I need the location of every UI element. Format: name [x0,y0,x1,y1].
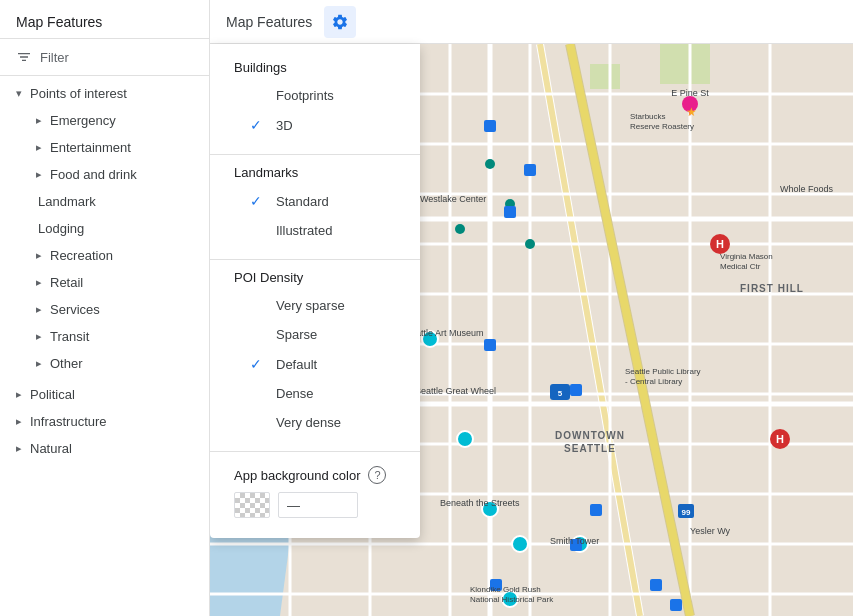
chevron-right-icon: ▸ [36,114,42,127]
sidebar-item-landmark[interactable]: Landmark [0,188,209,215]
svg-point-37 [525,239,535,249]
app-background-label: App background color ? [234,466,396,484]
buildings-section: Buildings Footprints ✓ 3D [210,56,420,148]
svg-text:Westlake Center: Westlake Center [420,194,486,204]
svg-text:H: H [716,238,724,250]
sidebar-item-label: Lodging [38,221,84,236]
sidebar-item-label: Landmark [38,194,96,209]
svg-rect-52 [650,579,662,591]
svg-text:Klondike Gold Rush: Klondike Gold Rush [470,585,541,594]
sidebar-item-label: Entertainment [50,140,131,155]
dropdown-panel: Buildings Footprints ✓ 3D Landmarks ✓ St… [210,44,420,538]
svg-text:Reserve Roastery: Reserve Roastery [630,122,694,131]
threed-option[interactable]: ✓ 3D [210,110,420,140]
svg-text:Seattle Great Wheel: Seattle Great Wheel [415,386,496,396]
sidebar-item-label: Food and drink [50,167,137,182]
sidebar-title: Map Features [0,0,209,39]
help-icon[interactable]: ? [368,466,386,484]
svg-point-41 [512,536,528,552]
very-sparse-label: Very sparse [276,298,345,313]
svg-rect-4 [590,64,620,89]
sidebar-item-label: Recreation [50,248,113,263]
sidebar-item-entertainment[interactable]: ▸ Entertainment [0,134,209,161]
chevron-right-icon: ▸ [16,415,22,428]
svg-text:Starbucks: Starbucks [630,112,666,121]
svg-point-36 [455,224,465,234]
settings-button[interactable] [324,6,356,38]
default-option[interactable]: ✓ Default [210,349,420,379]
sidebar-item-infrastructure[interactable]: ▸ Infrastructure [0,408,209,435]
color-picker-row: — [234,492,396,518]
standard-label: Standard [276,194,329,209]
sidebar-item-label: Natural [30,441,72,456]
sidebar: Map Features Filter ▾ Points of interest… [0,0,210,616]
landmarks-section: Landmarks ✓ Standard Illustrated [210,161,420,253]
sidebar-item-label: Political [30,387,75,402]
svg-rect-44 [484,120,496,132]
svg-rect-3 [660,44,710,84]
illustrated-option[interactable]: Illustrated [210,216,420,245]
svg-text:FIRST HILL: FIRST HILL [740,283,804,294]
svg-text:Smith Tower: Smith Tower [550,536,599,546]
chevron-right-icon: ▸ [36,276,42,289]
svg-text:National Historical Park: National Historical Park [470,595,554,604]
sidebar-item-lodging[interactable]: Lodging [0,215,209,242]
dense-label: Dense [276,386,314,401]
sidebar-item-natural[interactable]: ▸ Natural [0,435,209,462]
footprints-option[interactable]: Footprints [210,81,420,110]
color-swatch[interactable] [234,492,270,518]
very-dense-label: Very dense [276,415,341,430]
toolbar-title: Map Features [226,14,312,30]
map-area: Map Features [210,0,853,616]
svg-rect-45 [524,164,536,176]
filter-row[interactable]: Filter [0,39,209,76]
sidebar-item-political[interactable]: ▸ Political [0,381,209,408]
svg-text:Beneath the Streets: Beneath the Streets [440,498,520,508]
check-icon: ✓ [250,117,266,133]
svg-text:Medical Ctr: Medical Ctr [720,262,761,271]
svg-rect-48 [570,384,582,396]
color-input[interactable]: — [278,492,358,518]
chevron-right-icon: ▸ [16,388,22,401]
sidebar-item-label: Transit [50,329,89,344]
divider-3 [210,451,420,452]
svg-text:Virginia Mason: Virginia Mason [720,252,773,261]
svg-text:Yesler Wy: Yesler Wy [690,526,731,536]
dense-option[interactable]: Dense [210,379,420,408]
chevron-right-icon: ▸ [36,303,42,316]
svg-point-39 [457,431,473,447]
check-icon: ✓ [250,356,266,372]
default-label: Default [276,357,317,372]
sidebar-item-recreation[interactable]: ▸ Recreation [0,242,209,269]
check-icon: ✓ [250,193,266,209]
sidebar-item-retail[interactable]: ▸ Retail [0,269,209,296]
gear-icon [331,13,349,31]
chevron-right-icon: ▸ [36,141,42,154]
sidebar-group-poi: ▾ Points of interest ▸ Emergency ▸ Enter… [0,76,209,381]
svg-text:SEATTLE: SEATTLE [564,443,616,454]
divider-2 [210,259,420,260]
standard-option[interactable]: ✓ Standard [210,186,420,216]
svg-text:★: ★ [686,105,697,119]
chevron-right-icon: ▸ [36,249,42,262]
sidebar-item-label: Services [50,302,100,317]
very-dense-option[interactable]: Very dense [210,408,420,437]
sidebar-item-points-of-interest[interactable]: ▾ Points of interest [0,80,209,107]
color-value: — [287,498,300,513]
sidebar-item-food-and-drink[interactable]: ▸ Food and drink [0,161,209,188]
very-sparse-option[interactable]: Very sparse [210,291,420,320]
sidebar-item-services[interactable]: ▸ Services [0,296,209,323]
poi-density-section: POI Density Very sparse Sparse ✓ Default… [210,266,420,445]
sidebar-item-label: Retail [50,275,83,290]
chevron-down-icon: ▾ [16,87,22,100]
threed-label: 3D [276,118,293,133]
sidebar-item-other[interactable]: ▸ Other [0,350,209,377]
sidebar-item-emergency[interactable]: ▸ Emergency [0,107,209,134]
chevron-right-icon: ▸ [16,442,22,455]
svg-text:DOWNTOWN: DOWNTOWN [555,430,625,441]
sidebar-item-transit[interactable]: ▸ Transit [0,323,209,350]
sparse-option[interactable]: Sparse [210,320,420,349]
app-background-section: App background color ? — [210,458,420,526]
svg-rect-46 [504,206,516,218]
svg-text:- Central Library: - Central Library [625,377,682,386]
